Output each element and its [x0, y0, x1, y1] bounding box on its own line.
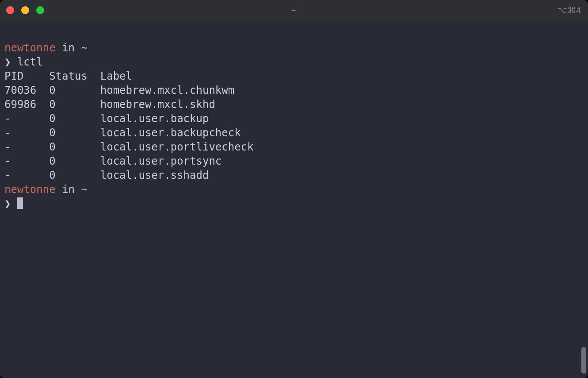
- close-icon[interactable]: [6, 6, 14, 14]
- terminal-window: ~ ⌥⌘4 newtonne in ~ ❯ lctl PID Status La…: [0, 0, 588, 378]
- prompt-user: newtonne: [4, 183, 56, 196]
- scrollbar[interactable]: [581, 347, 586, 374]
- titlebar: ~ ⌥⌘4: [0, 0, 588, 20]
- prompt-arrow: ❯: [4, 56, 11, 68]
- cursor: [17, 197, 23, 209]
- minimize-icon[interactable]: [21, 6, 29, 14]
- shortcut-hint: ⌥⌘4: [557, 5, 581, 15]
- col-status: Status: [49, 70, 88, 82]
- prompt-path: ~: [81, 42, 87, 54]
- output-rows: 70036 0 homebrew.mxcl.chunkwm 69986 0 ho…: [4, 84, 254, 181]
- prompt-in: in: [56, 42, 81, 54]
- prompt-user: newtonne: [4, 42, 56, 54]
- output-header: PID Status Label: [4, 70, 132, 82]
- command-text: lctl: [17, 56, 43, 68]
- prompt-path: ~: [81, 183, 87, 196]
- col-label: Label: [100, 70, 132, 82]
- traffic-lights: [6, 6, 44, 14]
- maximize-icon[interactable]: [36, 6, 44, 14]
- col-pid: PID: [4, 70, 23, 82]
- prompt-arrow: ❯: [4, 197, 11, 210]
- window-title: ~: [292, 6, 297, 15]
- terminal-body[interactable]: newtonne in ~ ❯ lctl PID Status Label 70…: [0, 20, 588, 378]
- prompt-in: in: [56, 183, 81, 196]
